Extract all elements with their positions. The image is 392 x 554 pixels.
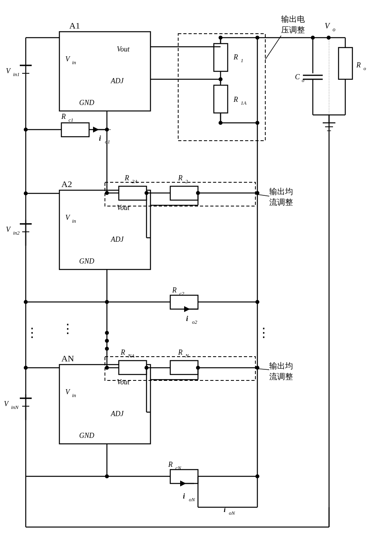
rc2-sub: c2	[179, 290, 185, 296]
output-voltage-adjust-label: 输出电	[281, 15, 305, 23]
vin1-sub: in1	[13, 71, 20, 77]
vin2-sub: in2	[13, 230, 20, 236]
r1a-label: R	[233, 96, 238, 103]
a2-current-balance-label2: 流调整	[269, 198, 293, 206]
io2-sub: o2	[192, 319, 198, 325]
io1-sub: o1	[105, 139, 110, 145]
r2a-label: R	[124, 174, 129, 182]
a2-gnd-label: GND	[79, 257, 94, 265]
io2-label: i	[186, 315, 188, 323]
an-label: AN	[61, 353, 74, 363]
an-gnd-label: GND	[79, 432, 94, 439]
a1-adj-label: ADJ	[110, 77, 124, 85]
rc1-sub: c1	[69, 117, 73, 123]
r1-sub: 1	[241, 57, 244, 63]
co-label: C	[295, 73, 300, 81]
a2-vout-label: Vout	[117, 204, 130, 212]
r2a-sub: 2A	[132, 178, 138, 184]
node-557-310	[219, 121, 223, 125]
r1a-sub: 1A	[241, 100, 247, 106]
rc2-label: R	[172, 286, 177, 294]
a2-current-balance-label1: 输出均	[269, 187, 293, 196]
an-current-balance-label1: 输出均	[269, 361, 293, 370]
r2a-resistor	[119, 186, 147, 200]
r1a-resistor	[214, 85, 228, 113]
a2-box	[59, 190, 150, 269]
r2-label: R	[178, 174, 183, 182]
rcN-sub: cN	[175, 465, 182, 471]
ro-resistor	[339, 48, 352, 79]
node-adj-a1	[219, 77, 223, 81]
a2-vin-sub: in	[72, 218, 76, 224]
ioN-sub: oN	[189, 497, 196, 502]
rn-sub: N	[185, 353, 189, 359]
rc1-resistor	[61, 123, 89, 137]
rna-sub: NA	[127, 353, 135, 359]
node-bus-rc1	[24, 128, 28, 132]
r1-resistor	[214, 44, 228, 71]
vinN-label: V	[4, 400, 9, 408]
rn-label: R	[178, 348, 183, 356]
an-vout-label: Vout	[117, 378, 130, 386]
rcN-resistor	[170, 470, 198, 483]
rna-label: R	[120, 348, 125, 356]
node-an-vout-top	[196, 366, 200, 370]
ioN-sub-main: oN	[229, 510, 236, 516]
vin1-label: V	[6, 67, 11, 75]
ellipsis-dots: ⋮	[61, 321, 74, 336]
voltage-adjust-arrow	[265, 36, 281, 59]
vin2-label: V	[6, 225, 11, 233]
output-voltage-adjust-label2: 压调整	[281, 25, 305, 34]
a1-vin-sub: in	[72, 59, 76, 65]
node-top-r1	[219, 36, 223, 40]
rc1-label: R	[61, 113, 66, 120]
a2-label: A2	[61, 179, 72, 189]
an-vin-sub: in	[72, 392, 76, 398]
r2-resistor	[170, 186, 198, 200]
a1-box	[59, 32, 150, 111]
ellipsis-dots3: ⋮	[257, 325, 270, 340]
ro-label: R	[356, 61, 361, 69]
a1-vout-label: Vout	[117, 45, 130, 53]
rn-resistor	[170, 361, 198, 374]
node-bus-rc2	[24, 300, 28, 304]
io1-label: i	[99, 134, 101, 142]
rc2-resistor	[170, 295, 198, 309]
ro-sub: o	[363, 65, 366, 71]
node-270-487	[105, 191, 109, 195]
ellipsis-dots2: ⋮	[26, 325, 38, 340]
vinN-sub: inN	[11, 404, 19, 410]
an-adj-label: ADJ	[110, 410, 124, 418]
vo-label: V	[325, 21, 331, 30]
r2-sub: 2	[185, 178, 188, 184]
rna-resistor	[119, 361, 147, 374]
ioN-label: i	[183, 492, 185, 500]
a1-gnd-label: GND	[79, 99, 94, 107]
node-270-928	[105, 366, 109, 370]
a1-label: A1	[69, 21, 80, 31]
vo-sub: o	[333, 27, 335, 32]
co-sub: o	[302, 77, 304, 83]
an-box	[59, 365, 150, 444]
a2-adj-label: ADJ	[110, 235, 124, 243]
an-current-balance-label2: 流调整	[269, 372, 293, 381]
r1-label: R	[233, 53, 238, 61]
rcN-label: R	[168, 460, 173, 468]
